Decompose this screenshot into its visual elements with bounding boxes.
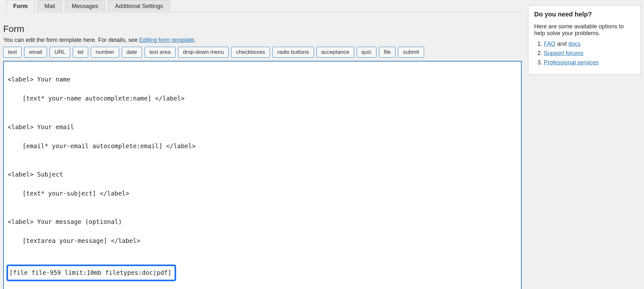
code-line: [text* your-name autocomplete:name] </la…: [8, 94, 517, 103]
tag-btn-number[interactable]: number: [91, 47, 119, 58]
code-line: <label> Your email: [8, 122, 517, 132]
code-line: <label> Subject: [8, 170, 517, 179]
link-docs[interactable]: docs: [568, 41, 581, 47]
tag-btn-checkboxes[interactable]: checkboxes: [231, 47, 270, 58]
link-faq[interactable]: FAQ: [544, 41, 555, 47]
code-line: [text* your-subject] </label>: [8, 189, 517, 198]
link-professional-services[interactable]: Professional services: [544, 59, 599, 66]
tag-btn-dropdown[interactable]: drop-down menu: [178, 47, 229, 58]
tab-additional-settings[interactable]: Additional Settings: [108, 0, 170, 13]
highlight-box: [file file-959 limit:10mb filetypes:doc|…: [6, 265, 176, 281]
tab-messages[interactable]: Messages: [65, 0, 105, 13]
tab-form[interactable]: Form: [6, 0, 34, 13]
help-list: FAQ and docs Support forums Professional…: [534, 41, 635, 66]
help-item-support-forums: Support forums: [544, 50, 635, 57]
help-intro: Here are some available options to help …: [534, 23, 635, 37]
link-editing-form-template[interactable]: Editing form template: [139, 37, 194, 43]
code-line: [email* your-email autocomplete:email] <…: [8, 141, 517, 151]
help-item-professional-services: Professional services: [544, 59, 635, 66]
tag-btn-url[interactable]: URL: [50, 47, 70, 58]
tag-btn-tel[interactable]: tel: [73, 47, 88, 58]
tag-btn-date[interactable]: date: [122, 47, 142, 58]
tabs-bar: Form Mail Messages Additional Settings: [3, 0, 522, 13]
tab-mail[interactable]: Mail: [38, 0, 62, 13]
tag-btn-quiz[interactable]: quiz: [357, 47, 376, 58]
help-box: Do you need help? Here are some availabl…: [528, 5, 641, 75]
tag-btn-submit[interactable]: submit: [398, 47, 424, 58]
help-item-faq-docs: FAQ and docs: [544, 41, 635, 47]
form-template-editor[interactable]: <label> Your name [text* your-name autoc…: [3, 61, 522, 289]
tag-btn-acceptance[interactable]: acceptance: [317, 47, 354, 58]
tag-btn-textarea[interactable]: text area: [145, 47, 175, 58]
tag-btn-text[interactable]: text: [3, 47, 22, 58]
code-line: <label> Your message (optional): [8, 217, 517, 226]
tag-generator-buttons: text email URL tel number date text area…: [3, 47, 522, 58]
code-line: <label> Your name: [8, 75, 517, 84]
code-line-highlighted-file-tag: [file file-959 limit:10mb filetypes:doc|…: [8, 265, 517, 281]
section-title: Form: [3, 24, 522, 34]
help-title: Do you need help?: [534, 11, 635, 18]
code-line: [textarea your-message] </label>: [8, 236, 517, 246]
tag-btn-radio[interactable]: radio buttons: [272, 47, 314, 58]
panel-form: Form You can edit the form template here…: [3, 12, 522, 289]
link-support-forums[interactable]: Support forums: [544, 50, 583, 56]
tag-btn-email[interactable]: email: [24, 47, 47, 58]
tag-btn-file[interactable]: file: [379, 47, 396, 58]
section-description: You can edit the form template here. For…: [3, 37, 522, 43]
